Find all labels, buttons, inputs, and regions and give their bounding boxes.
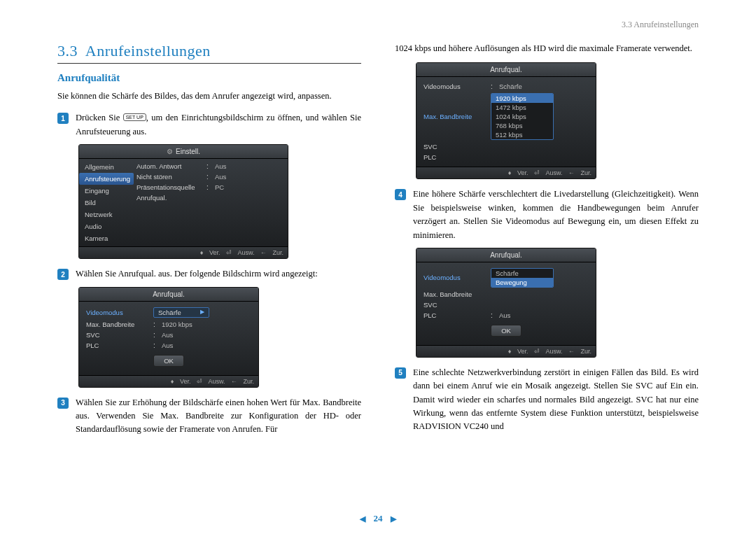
step-5: 5 Eine schlechte Netzwerkverbindung zers… xyxy=(395,366,699,434)
videomode-dropdown: Schärfe Bewegung xyxy=(491,268,554,288)
heading-rule xyxy=(57,63,361,64)
step-3: 3 Wählen Sie zur Erhöhung der Bildschärf… xyxy=(57,396,361,437)
step-badge: 5 xyxy=(395,367,406,379)
step-2: 2 Wählen Sie Anrufqual. aus. Der folgend… xyxy=(57,267,361,281)
section-heading: 3.3 Anrufeinstellungen xyxy=(57,42,361,60)
sidebar-item: Allgemein xyxy=(79,161,134,173)
setup-key-icon: SET UP xyxy=(123,113,146,121)
screenshot-einstell: ⚙Einstell. Allgemein Anrufsteuerung Eing… xyxy=(78,144,288,259)
step-4: 4 Eine höhere Schärfe verschlechtert die… xyxy=(395,188,699,242)
sidebar-item: Kamera xyxy=(79,232,134,244)
pager-prev-icon[interactable]: ◀ xyxy=(360,514,365,523)
step-badge: 2 xyxy=(57,269,69,280)
header-breadcrumb: 3.3 Anrufeinstellungen xyxy=(622,20,699,30)
sidebar-item: Netzwerk xyxy=(79,209,134,220)
step-3-cont: 1024 kbps und höhere Auflösungen als HD … xyxy=(395,42,699,55)
sidebar-item-selected: Anrufsteuerung xyxy=(79,173,134,185)
screenshot-videomodus: Anrufqual. Videomodus Schärfe Bewegung M… xyxy=(416,248,596,358)
subsection-heading: Anrufqualität xyxy=(57,72,361,84)
caret-right-icon: ▶ xyxy=(200,309,204,315)
gear-icon: ⚙ xyxy=(167,148,173,155)
bandwidth-dropdown: 1920 kbps 1472 kbps 1024 kbps 768 kbps 5… xyxy=(491,93,554,140)
step-badge: 1 xyxy=(57,113,69,124)
sidebar-item: Audio xyxy=(79,220,134,232)
step-badge: 3 xyxy=(57,398,69,409)
screenshot-sidebar: Allgemein Anrufsteuerung Eingang Bild Ne… xyxy=(79,159,134,246)
step-badge: 4 xyxy=(395,189,406,200)
screenshot-anrufqual: Anrufqual. VideomodusSchärfe▶ Max. Bandb… xyxy=(78,287,259,388)
screenshot-footer: ♦ Ver. ⏎ Ausw. ← Zur. xyxy=(79,246,288,258)
sidebar-item: Eingang xyxy=(79,185,134,197)
intro-text: Sie können die Schärfe des Bildes, das d… xyxy=(57,90,361,103)
screenshot-bandbreite: Anrufqual. Videomodus:Schärfe Max. Bandb… xyxy=(416,62,596,179)
pager-next-icon[interactable]: ▶ xyxy=(391,514,396,523)
pager: ◀ 24 ▶ xyxy=(0,513,756,524)
ok-button: OK xyxy=(153,355,184,367)
sidebar-item: Bild xyxy=(79,197,134,209)
page-number: 24 xyxy=(374,513,383,524)
step-1: 1 Drücken Sie SET UP, um den Einrichtung… xyxy=(57,111,361,139)
ok-button: OK xyxy=(491,325,522,337)
